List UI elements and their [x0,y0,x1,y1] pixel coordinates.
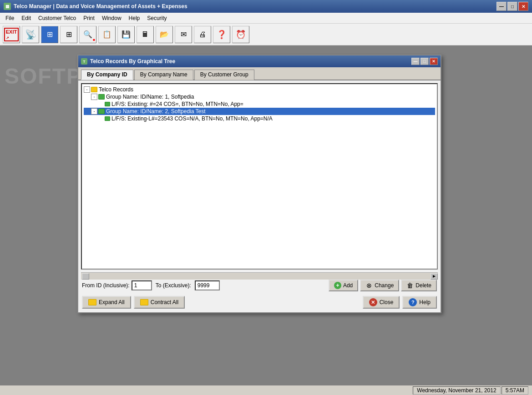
contract-folder-icon [140,299,148,305]
menu-security[interactable]: Security [143,14,170,22]
folder-icon-root [91,87,97,92]
tab-by-company-id[interactable]: By Company ID [81,70,133,80]
tree-label-group1: Group Name: ID/Name: 1, Softpedia [106,94,194,100]
folder-icon-group2-child [105,116,110,121]
tree-hscroll[interactable]: ▶ [81,272,438,280]
delete-icon: 🗑 [406,282,414,289]
dialog-minimize-button[interactable]: — [411,58,420,65]
delete-button[interactable]: 🗑 Delete [401,280,437,291]
menu-file[interactable]: File [2,14,18,22]
tree-node-group2[interactable]: - Group Name: ID/Name: 2, Softpedia Test [84,108,435,115]
hscroll-arrow-right[interactable]: ▶ [431,273,438,280]
dialog-title: Telco Records By Graphical Tree [90,58,175,65]
menu-bar: File Edit Customer Telco Print Window He… [0,13,532,24]
tree-label-group2-child1: L/F/S: Existing-L#=23543 COS=N/A, BTN=No… [111,115,273,122]
menu-edit[interactable]: Edit [18,14,35,22]
app-title-bar: ▦ Telco Manager | Data and Voice Managem… [0,0,532,13]
form-button[interactable]: 📋 [98,26,116,43]
exit-button[interactable]: EXIT↗ [3,26,20,43]
toolbar: EXIT↗ 📡 ⊞ ⊞ 🔍 ■ 📋 💾 🖩 📂 ✉ 🖨 ❓ ⏰ [0,24,532,45]
close-button[interactable]: ✕ Close [363,296,400,309]
minimize-button[interactable]: — [497,2,507,11]
tree-toggle-group1[interactable]: - [91,94,97,100]
grid-button[interactable]: ⊞ [60,26,77,43]
change-icon: ⊗ [365,282,373,289]
tree-container[interactable]: - Telco Records - Group Name: ID/Name: 1… [81,83,438,270]
menu-help[interactable]: Help [125,14,144,22]
menu-window[interactable]: Window [98,14,125,22]
help-icon: ? [409,298,417,306]
status-right: Wednesday, November 21, 2012 5:57AM [413,386,528,395]
hscroll-thumb[interactable] [82,273,89,280]
dialog-title-bar: T Telco Records By Graphical Tree — □ ✕ [78,55,441,67]
add-label: Add [343,282,353,289]
from-to-row: From ID (Inclusive): To (Exclusive): + A… [81,280,438,291]
contract-all-button[interactable]: Contract All [134,296,185,309]
close-label: Close [380,299,394,305]
print-button[interactable]: 🖨 [194,26,211,43]
help-toolbar-button[interactable]: ❓ [213,26,230,43]
dialog-icon: T [81,58,87,65]
from-input[interactable] [132,280,152,290]
tree-label-group2: Group Name: ID/Name: 2, Softpedia Test [106,108,206,115]
antenna-button[interactable]: 📡 [22,26,39,43]
expand-all-button[interactable]: Expand All [82,296,131,309]
maximize-button[interactable]: □ [507,2,517,11]
to-input[interactable] [195,280,220,290]
tree-node-group1-child1[interactable]: L/F/S: Existing: #=24 COS=, BTN=No, MTN=… [84,100,435,108]
add-icon: + [334,282,341,289]
change-button[interactable]: ⊗ Change [360,280,399,291]
close-icon: ✕ [369,298,377,306]
folder-open-button[interactable]: 📂 [156,26,173,43]
menu-print[interactable]: Print [80,14,98,22]
dialog-body: - Telco Records - Group Name: ID/Name: 1… [78,80,441,312]
title-bar-controls: — □ ✕ [497,2,528,11]
add-button[interactable]: + Add [329,280,358,291]
delete-label: Delete [415,282,431,289]
dialog-close-button[interactable]: ✕ [430,58,438,65]
alarm-button[interactable]: ⏰ [232,26,249,43]
tree-content: - Telco Records - Group Name: ID/Name: 1… [82,84,437,124]
app-close-button[interactable]: ✕ [518,2,528,11]
main-area: SOFTPEDIA T Telco Records By Graphical T… [0,45,532,385]
tab-bar: By Company ID By Company Name By Custome… [78,67,441,80]
dialog-maximize-button[interactable]: □ [421,58,429,65]
tree-label-group1-child1: L/F/S: Existing: #=24 COS=, BTN=No, MTN=… [111,101,243,107]
search-button[interactable]: 🔍 ■ [79,26,96,43]
to-label: To (Exclusive): [156,282,191,289]
bottom-left-buttons: Expand All Contract All [82,296,185,309]
folder-icon-group1-child [105,102,110,106]
help-label: Help [419,299,431,305]
calc-button[interactable]: 🖩 [137,26,154,43]
from-label: From ID (Inclusive): [82,282,130,289]
dialog-telco-records: T Telco Records By Graphical Tree — □ ✕ … [77,55,441,313]
tab-by-customer-group[interactable]: By Customer Group [194,70,254,80]
change-label: Change [375,282,394,289]
tree-toggle-group2[interactable]: - [91,108,97,115]
folder-icon-group2 [98,109,105,114]
save-button[interactable]: 💾 [117,26,135,43]
contract-all-label: Contract All [151,299,178,305]
tree-node-group1[interactable]: - Group Name: ID/Name: 1, Softpedia [84,93,435,100]
dialog-title-controls: — □ ✕ [411,58,438,65]
folder-icon-group1 [98,94,105,100]
status-time: 5:57AM [502,386,528,395]
bottom-right-buttons: ✕ Close ? Help [363,296,437,309]
help-button[interactable]: ? Help [402,296,437,309]
bottom-buttons-row: Expand All Contract All ✕ Close ? Help [81,295,438,310]
tree-node-group2-child1[interactable]: L/F/S: Existing-L#=23543 COS=N/A, BTN=No… [84,115,435,122]
expand-folder-icon [88,299,96,305]
app-icon: ▦ [4,3,11,10]
status-bar: Wednesday, November 21, 2012 5:57AM [0,385,532,395]
menu-customer-telco[interactable]: Customer Telco [35,14,80,22]
mail-button[interactable]: ✉ [175,26,192,43]
app-title: Telco Manager | Data and Voice Managemen… [14,3,187,10]
grid-blue-button[interactable]: ⊞ [41,26,58,43]
tab-by-company-name[interactable]: By Company Name [134,70,193,80]
tree-node-root[interactable]: - Telco Records [84,86,435,93]
tree-label-root: Telco Records [99,86,133,93]
tree-toggle-root[interactable]: - [84,86,90,93]
expand-all-label: Expand All [99,299,125,305]
status-date: Wednesday, November 21, 2012 [413,386,500,395]
